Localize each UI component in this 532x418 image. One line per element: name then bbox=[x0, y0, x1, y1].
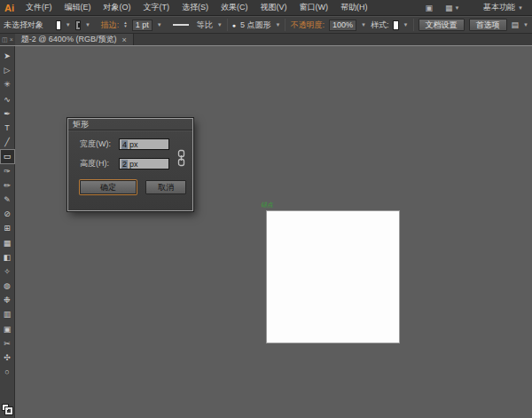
document-tabbar: ◫ × 题-2 @ 6400% (RGB/预览) × bbox=[0, 34, 532, 46]
chevron-down-icon[interactable]: ▼ bbox=[66, 22, 71, 28]
brush-definition-label: 5 点圆形 bbox=[240, 20, 271, 31]
blend-tool[interactable]: ◍ bbox=[0, 279, 15, 293]
divider bbox=[227, 19, 228, 31]
height-unit: px bbox=[129, 160, 138, 169]
pencil-tool[interactable]: ✏ bbox=[0, 178, 15, 193]
stroke-panel-link[interactable]: 描边: bbox=[101, 20, 120, 31]
direct-selection-tool[interactable]: ▷ bbox=[0, 63, 15, 77]
width-unit: px bbox=[129, 140, 138, 149]
control-panel-bar: 未选择对象 ▼ ▼ 描边: ▲▼ 1 pt ▼ 等比 ▼ ● 5 点圆形 ▼ 不… bbox=[0, 16, 532, 34]
type-tool[interactable]: T bbox=[0, 121, 15, 135]
panel-menu-icon[interactable]: ▤ bbox=[512, 20, 520, 29]
style-swatch[interactable] bbox=[393, 20, 398, 30]
close-window-icon[interactable]: × bbox=[10, 36, 13, 43]
perspective-grid-tool[interactable]: ⊞ bbox=[0, 221, 15, 235]
chevron-down-icon[interactable]: ▼ bbox=[85, 22, 90, 28]
illustrator-logo: Ai bbox=[0, 3, 20, 13]
chevron-down-icon[interactable]: ▼ bbox=[275, 22, 280, 28]
gradient-tool[interactable]: ◧ bbox=[0, 250, 15, 264]
chevron-down-icon[interactable]: ▼ bbox=[361, 22, 366, 28]
hand-tool[interactable]: ✣ bbox=[0, 351, 15, 365]
menu-edit[interactable]: 编辑(E) bbox=[59, 2, 98, 13]
arrange-documents-icon[interactable]: ▣ bbox=[426, 4, 434, 12]
preferences-button[interactable]: 首选项 bbox=[469, 19, 507, 31]
chevron-down-icon[interactable]: ▼ bbox=[523, 22, 528, 28]
paintbrush-tool[interactable]: ✑ bbox=[0, 164, 15, 178]
workspace-switcher-button[interactable]: 基本功能 ▼ bbox=[474, 2, 532, 13]
opacity-panel-link[interactable]: 不透明度: bbox=[290, 20, 325, 31]
blob-brush-tool[interactable]: ✎ bbox=[0, 193, 15, 207]
main-area: ➤▷✳∿✒T╱▭✑✏✎⊘⊞▦◧✧◍❉▥▣✂✣○ 锚点 矩形 宽度(W): 4 p… bbox=[0, 46, 532, 418]
line-segment-tool[interactable]: ╱ bbox=[0, 135, 15, 149]
height-value: 2 bbox=[121, 160, 128, 169]
cancel-button[interactable]: 取消 bbox=[145, 180, 186, 194]
divider bbox=[285, 19, 286, 31]
width-profile-label: 等比 bbox=[197, 20, 213, 31]
ok-button[interactable]: 确定 bbox=[80, 180, 137, 194]
height-label: 高度(H): bbox=[80, 158, 119, 170]
width-profile-preview bbox=[173, 24, 188, 26]
brush-preview-icon: ● bbox=[232, 22, 236, 28]
document-tab[interactable]: 题-2 @ 6400% (RGB/预览) × bbox=[15, 34, 134, 45]
workspace-switcher-label: 基本功能 bbox=[483, 2, 515, 13]
opacity-field[interactable]: 100% bbox=[329, 20, 356, 31]
fill-color-swatch[interactable] bbox=[56, 20, 61, 30]
application-menubar: Ai 文件(F) 编辑(E) 对象(O) 文字(T) 选择(S) 效果(C) 视… bbox=[0, 0, 532, 16]
dialog-title: 矩形 bbox=[68, 119, 192, 130]
document-setup-button[interactable]: 文档设置 bbox=[419, 19, 465, 31]
menu-type[interactable]: 文字(T) bbox=[137, 2, 176, 13]
workspace-layout-icon[interactable]: ▦▼ bbox=[445, 4, 459, 12]
width-input[interactable]: 4 px bbox=[119, 138, 169, 150]
artboard[interactable] bbox=[266, 210, 400, 343]
window-controls: ◫ × bbox=[0, 36, 15, 43]
menu-effect[interactable]: 效果(C) bbox=[215, 2, 254, 13]
width-row: 宽度(W): 4 px bbox=[80, 138, 192, 150]
height-input[interactable]: 2 px bbox=[119, 158, 169, 170]
menu-select[interactable]: 选择(S) bbox=[176, 2, 215, 13]
magic-wand-tool[interactable]: ✳ bbox=[0, 77, 15, 91]
divider bbox=[413, 19, 414, 31]
menu-view[interactable]: 视图(V) bbox=[254, 2, 293, 13]
selection-tool[interactable]: ➤ bbox=[0, 49, 15, 63]
zoom-tool[interactable]: ○ bbox=[0, 365, 15, 379]
rectangle-dialog: 矩形 宽度(W): 4 px 高度(H): 2 px bbox=[67, 118, 193, 211]
mesh-tool[interactable]: ▦ bbox=[0, 235, 15, 249]
chevron-down-icon[interactable]: ▼ bbox=[157, 22, 162, 28]
chevron-down-icon: ▼ bbox=[518, 5, 523, 11]
restore-window-icon[interactable]: ◫ bbox=[2, 36, 8, 43]
smart-guide-label: 锚点 bbox=[261, 201, 273, 209]
chevron-down-icon[interactable]: ▼ bbox=[217, 22, 223, 28]
selection-status-label: 未选择对象 bbox=[4, 20, 43, 31]
symbol-sprayer-tool[interactable]: ❉ bbox=[0, 293, 15, 307]
stroke-width-field[interactable]: 1 pt bbox=[132, 20, 153, 31]
eyedropper-tool[interactable]: ✧ bbox=[0, 264, 15, 279]
column-graph-tool[interactable]: ▥ bbox=[0, 307, 15, 321]
menu-object[interactable]: 对象(O) bbox=[98, 2, 137, 13]
constrain-proportions-icon[interactable] bbox=[176, 149, 186, 167]
width-label: 宽度(W): bbox=[80, 138, 119, 150]
close-icon[interactable]: × bbox=[121, 35, 126, 44]
pen-tool[interactable]: ✒ bbox=[0, 106, 15, 121]
toolbar: ➤▷✳∿✒T╱▭✑✏✎⊘⊞▦◧✧◍❉▥▣✂✣○ bbox=[0, 46, 15, 418]
document-tab-title: 题-2 @ 6400% (RGB/预览) bbox=[21, 34, 117, 45]
rectangle-tool[interactable]: ▭ bbox=[0, 149, 15, 163]
lasso-tool[interactable]: ∿ bbox=[0, 92, 15, 106]
artboard-tool[interactable]: ▣ bbox=[0, 322, 15, 336]
width-value: 4 bbox=[121, 140, 128, 149]
chevron-down-icon[interactable]: ▼ bbox=[403, 22, 409, 28]
height-row: 高度(H): 2 px bbox=[80, 158, 192, 170]
dialog-buttons: 确定 取消 bbox=[80, 180, 192, 194]
menu-file[interactable]: 文件(F) bbox=[20, 2, 59, 13]
fill-stroke-indicator[interactable] bbox=[2, 404, 13, 415]
menu-help[interactable]: 帮助(H) bbox=[334, 2, 374, 13]
menu-window[interactable]: 窗口(W) bbox=[293, 2, 335, 13]
stroke-color-swatch[interactable] bbox=[75, 20, 81, 30]
slice-tool[interactable]: ✂ bbox=[0, 336, 15, 351]
eraser-tool[interactable]: ⊘ bbox=[0, 207, 15, 221]
style-label: 样式: bbox=[371, 20, 389, 31]
stroke-indicator-swatch[interactable] bbox=[5, 407, 12, 414]
canvas[interactable]: 锚点 矩形 宽度(W): 4 px 高度(H): 2 px bbox=[15, 46, 532, 418]
stroke-width-stepper[interactable]: ▲▼ bbox=[123, 21, 127, 28]
chevron-down-icon: ▼ bbox=[455, 5, 460, 11]
